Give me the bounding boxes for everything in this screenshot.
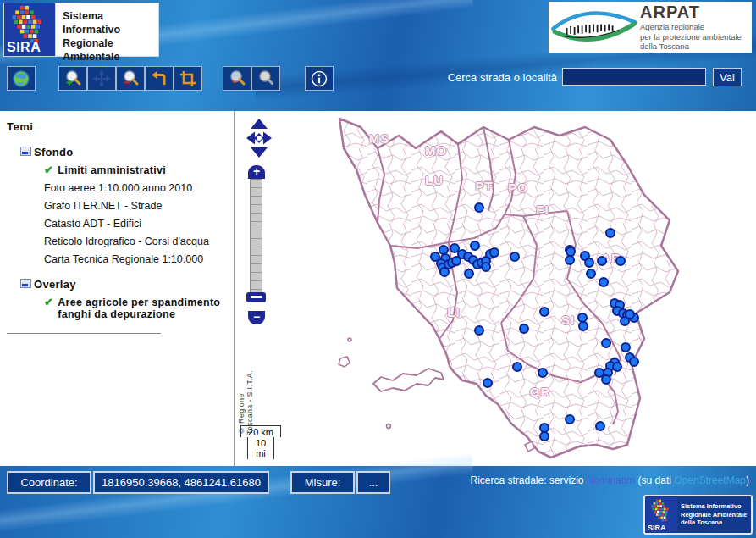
pan-icon	[92, 69, 111, 88]
map-marker[interactable]	[599, 277, 609, 287]
map-marker[interactable]	[597, 256, 607, 266]
scale-bar: 20 km 10 mi	[240, 425, 281, 459]
openstreetmap-link[interactable]: OpenStreetMap	[674, 474, 746, 486]
province-label-pt: PT	[475, 179, 493, 193]
previous-extent-button[interactable]	[145, 66, 174, 91]
map-marker[interactable]	[621, 342, 631, 352]
map-marker[interactable]	[474, 202, 484, 213]
zoom-out-icon	[121, 69, 140, 88]
province-label-gr: GR	[530, 385, 551, 399]
coordinate-label: Coordinate:	[7, 471, 91, 494]
zoom-in-button[interactable]	[58, 66, 87, 91]
pan-button[interactable]	[87, 66, 116, 91]
map-marker[interactable]	[612, 362, 622, 372]
map-marker[interactable]	[578, 321, 588, 331]
arpat-eye-icon	[549, 6, 640, 48]
layer-item-carta-tecnica[interactable]: Carta Tecnica Regionale 1:10.000	[44, 253, 234, 265]
map-marker[interactable]	[510, 252, 520, 262]
zoom-selected-icon	[228, 69, 246, 88]
nominatim-link[interactable]: Nominatim	[587, 474, 635, 486]
zoom-selected-button[interactable]	[223, 66, 251, 91]
layers-panel: Temi Sfondo ✔ Limiti amministrativi Foto…	[0, 111, 235, 466]
province-label-si: SI	[561, 313, 575, 327]
sira-mosaic-icon	[648, 498, 676, 525]
zoom-box-button[interactable]	[174, 66, 202, 91]
layer-item-catasto-adt[interactable]: Catasto ADT - Edifici	[44, 218, 234, 230]
measure-value[interactable]: ...	[356, 471, 390, 494]
province-label-ms: MS	[369, 131, 390, 146]
layer-item-limiti-amministrativi[interactable]: ✔ Limiti amministrativi	[44, 164, 234, 176]
collapse-icon[interactable]	[20, 279, 31, 288]
footer-sira-acronym: SIRA	[648, 524, 666, 532]
map-marker[interactable]	[538, 368, 548, 378]
search-go-button[interactable]: Vai	[713, 68, 742, 86]
zoom-minus-button[interactable]: −	[248, 311, 265, 324]
previous-extent-icon	[150, 69, 168, 88]
sira-webgis-app: SIRA Sistema Informativo Regionale Ambie…	[0, 0, 756, 538]
map-marker[interactable]	[483, 378, 493, 388]
map-marker[interactable]	[519, 324, 529, 334]
map-marker[interactable]	[489, 247, 499, 258]
map-marker[interactable]	[625, 309, 635, 319]
collapse-icon[interactable]	[20, 147, 31, 156]
pan-rosette-control[interactable]	[246, 118, 273, 158]
panel-divider	[7, 333, 161, 334]
sira-logo[interactable]: SIRA Sistema Informativo Regionale Ambie…	[3, 3, 159, 57]
map-marker[interactable]	[539, 431, 549, 441]
map-marker[interactable]	[601, 374, 611, 385]
map-marker[interactable]	[566, 247, 576, 257]
sira-logo-text: Sistema Informativo Regionale Ambientale…	[56, 3, 159, 57]
zoom-slider-handle[interactable]	[246, 292, 266, 302]
map-viewport[interactable]: MSMOLUPTPOFILIARSIGR + − © Regione Tosca…	[235, 111, 756, 466]
sira-acronym: SIRA	[7, 40, 41, 55]
clear-selection-button[interactable]	[251, 66, 280, 91]
map-marker[interactable]	[565, 414, 575, 424]
check-icon: ✔	[44, 297, 53, 308]
zoom-out-button[interactable]	[116, 66, 145, 91]
map-marker[interactable]	[595, 421, 605, 431]
map-attribution: © Regione Toscana - S.I.T.A.	[237, 362, 254, 435]
map-marker[interactable]	[615, 256, 626, 266]
province-label-fi: FI	[536, 202, 549, 217]
arpat-logo[interactable]: ARPAT Agenzia regionale per la protezion…	[549, 2, 752, 53]
scale-mi-label: 10 mi	[247, 437, 274, 459]
status-bar: Coordinate: 1816950.39668, 4861241.61680…	[0, 466, 756, 538]
map-marker[interactable]	[605, 228, 615, 238]
map-overlay: MSMOLUPTPOFILIARSIGR	[235, 111, 756, 466]
layer-item-foto-aeree[interactable]: Foto aeree 1:10.000 anno 2010	[44, 182, 234, 194]
map-marker[interactable]	[481, 262, 491, 272]
layer-group-overlay[interactable]: Overlay	[20, 278, 234, 291]
map-marker[interactable]	[474, 325, 484, 336]
zoom-plus-button[interactable]: +	[248, 165, 265, 179]
map-marker[interactable]	[586, 269, 596, 279]
arpat-logo-text: ARPAT Agenzia regionale per la protezion…	[640, 3, 742, 52]
zoom-slider-track[interactable]	[250, 179, 262, 299]
coordinate-value: 1816950.39668, 4861241.61680	[93, 471, 269, 494]
footer-sira-text: Sistema Informativo Regionale Ambientale…	[681, 502, 747, 527]
map-marker[interactable]	[629, 357, 639, 367]
layer-item-reticolo-idrografico[interactable]: Reticolo Idrografico - Corsi d'acqua	[44, 236, 234, 247]
zoom-full-extent-button[interactable]	[7, 66, 36, 91]
search-input[interactable]	[562, 68, 706, 86]
footer-sira-logo[interactable]: SIRA Sistema Informativo Regionale Ambie…	[643, 495, 753, 535]
map-marker[interactable]	[464, 269, 474, 279]
measure-label: Misure:	[290, 471, 355, 494]
province-label-mo: MO	[425, 143, 447, 158]
scale-km-label: 20 km	[240, 425, 281, 437]
map-marker[interactable]	[539, 307, 549, 317]
clear-selection-icon	[257, 69, 275, 88]
zoom-in-icon	[63, 69, 82, 88]
layer-group-sfondo[interactable]: Sfondo	[20, 146, 234, 158]
map-marker[interactable]	[512, 362, 522, 372]
map-marker[interactable]	[584, 258, 594, 268]
identify-button[interactable]	[305, 66, 334, 91]
layer-item-grafo-iternet[interactable]: Grafo ITER.NET - Strade	[44, 200, 234, 212]
street-search-credit: Ricerca stradale: servizio Nominatim (su…	[471, 474, 750, 486]
search-label: Cerca strada o località	[372, 71, 557, 84]
map-marker[interactable]	[601, 338, 611, 348]
layer-item-aree-agricole[interactable]: ✔ Aree agricole per spandimento fanghi d…	[44, 297, 234, 320]
map-marker[interactable]	[470, 241, 480, 251]
province-label-li: LI	[447, 305, 460, 319]
pan-arrows-icon	[246, 118, 273, 158]
sira-logo-square: SIRA	[3, 3, 56, 57]
